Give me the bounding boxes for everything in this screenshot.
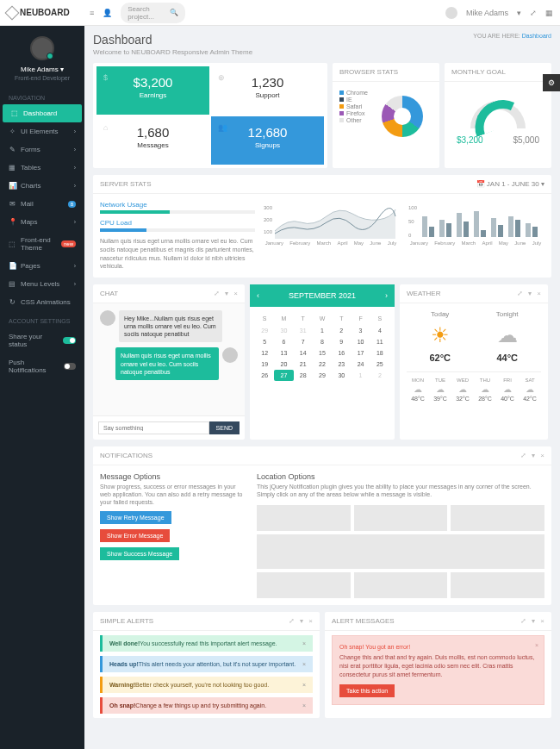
take-action-button[interactable]: Take this action xyxy=(339,684,395,697)
expand-icon[interactable]: ⤢ xyxy=(517,290,523,297)
nav-pages[interactable]: 📄Pages› xyxy=(0,257,84,275)
calendar-day[interactable]: 12 xyxy=(255,347,274,359)
calendar-day[interactable]: 10 xyxy=(351,336,370,347)
expand-icon[interactable]: ⤢ xyxy=(520,452,526,459)
calendar-day[interactable]: 24 xyxy=(351,359,370,370)
expand-icon[interactable]: ⤢ xyxy=(520,617,526,625)
close-icon[interactable]: × xyxy=(302,682,306,688)
calendar-day[interactable]: 19 xyxy=(255,359,274,370)
prev-month-icon[interactable]: ‹ xyxy=(257,291,259,300)
calendar-day[interactable]: 8 xyxy=(313,336,332,347)
calendar-day[interactable]: 9 xyxy=(332,336,351,347)
calendar-day[interactable]: 11 xyxy=(370,336,389,347)
calendar-day[interactable]: 7 xyxy=(294,336,313,347)
search-input[interactable]: Search project...🔍 xyxy=(121,3,185,23)
calendar-day[interactable]: 15 xyxy=(313,347,332,359)
calendar-day[interactable]: 23 xyxy=(332,359,351,370)
layout-icon[interactable]: ▦ xyxy=(545,9,553,17)
calendar-day[interactable]: 27 xyxy=(274,370,293,381)
close-icon[interactable]: × xyxy=(308,617,313,625)
close-icon[interactable]: × xyxy=(302,640,306,646)
expand-icon[interactable]: ⤢ xyxy=(530,9,537,17)
collapse-icon[interactable]: ▾ xyxy=(532,452,535,459)
nav-menu-levels[interactable]: ▤Menu Levels› xyxy=(0,275,84,293)
profile-avatar[interactable] xyxy=(30,36,54,60)
location-area[interactable] xyxy=(257,534,544,569)
calendar-day[interactable]: 4 xyxy=(370,325,389,336)
close-icon[interactable]: × xyxy=(233,290,238,297)
collapse-icon[interactable]: ▾ xyxy=(225,290,228,297)
location-area[interactable] xyxy=(451,572,544,598)
weather-tonight: Tonight☁44°C xyxy=(496,310,519,363)
settings-gear-icon[interactable]: ⚙ xyxy=(543,74,560,91)
location-area[interactable] xyxy=(257,505,351,531)
push-toggle[interactable] xyxy=(64,363,76,370)
calendar-day[interactable]: 26 xyxy=(255,370,274,381)
user-icon[interactable]: 👤 xyxy=(103,9,112,17)
calendar-day[interactable]: 20 xyxy=(274,359,293,370)
calendar-day[interactable]: 5 xyxy=(255,336,274,347)
close-icon[interactable]: × xyxy=(540,452,544,459)
close-icon[interactable]: × xyxy=(535,641,538,650)
calendar-day[interactable]: 2 xyxy=(370,370,389,381)
profile-name[interactable]: Mike Adams ▾ xyxy=(0,66,84,73)
success-message-button[interactable]: Show Success Message xyxy=(100,547,179,560)
menu-toggle-icon[interactable]: ≡ xyxy=(90,9,94,17)
calendar-day[interactable]: 14 xyxy=(294,347,313,359)
calendar-day[interactable]: 29 xyxy=(313,370,332,381)
calendar-day[interactable]: 28 xyxy=(294,370,313,381)
calendar-day[interactable]: 2 xyxy=(332,325,351,336)
user-name[interactable]: Mike Adams xyxy=(466,9,508,17)
calendar-day[interactable]: 3 xyxy=(351,325,370,336)
avatar[interactable] xyxy=(445,7,457,19)
calendar-day[interactable]: 6 xyxy=(274,336,293,347)
close-icon[interactable]: × xyxy=(302,661,306,667)
calendar-day[interactable]: 1 xyxy=(313,325,332,336)
collapse-icon[interactable]: ▾ xyxy=(532,617,535,625)
breadcrumb-link[interactable]: Dashboard xyxy=(522,33,551,39)
location-area[interactable] xyxy=(257,572,351,598)
nav-css-animations[interactable]: ↻CSS Animations xyxy=(0,293,84,311)
location-area[interactable] xyxy=(451,505,544,531)
close-icon[interactable]: × xyxy=(302,702,306,708)
location-area[interactable] xyxy=(354,572,448,598)
close-icon[interactable]: × xyxy=(537,290,541,297)
calendar-day[interactable]: 29 xyxy=(255,325,274,336)
close-icon[interactable]: × xyxy=(540,617,544,625)
calendar-day[interactable]: 21 xyxy=(294,359,313,370)
nav-charts[interactable]: 📊Charts› xyxy=(0,177,84,195)
share-toggle[interactable] xyxy=(63,337,76,344)
nav-tables[interactable]: ▦Tables› xyxy=(0,159,84,177)
retry-message-button[interactable]: Show Retry Message xyxy=(100,511,171,524)
expand-icon[interactable]: ⤢ xyxy=(289,617,295,625)
calendar-day[interactable]: 30 xyxy=(274,325,293,336)
expand-icon[interactable]: ⤢ xyxy=(214,290,220,297)
calendar-day[interactable]: 13 xyxy=(274,347,293,359)
nav-dashboard[interactable]: ⬚Dashboard xyxy=(3,104,82,122)
chevron-right-icon: › xyxy=(74,165,76,171)
calendar-day[interactable]: 30 xyxy=(332,370,351,381)
calendar-day[interactable]: 1 xyxy=(351,370,370,381)
error-message-button[interactable]: Show Error Message xyxy=(100,529,170,542)
nav-forms[interactable]: ✎Forms› xyxy=(0,140,84,159)
collapse-icon[interactable]: ▾ xyxy=(528,290,532,297)
nav-maps[interactable]: 📍Maps› xyxy=(0,213,84,231)
nav-ui-elements[interactable]: ✧UI Elements› xyxy=(0,122,84,140)
date-range-picker[interactable]: 📅 JAN 1 - JUNE 30 ▾ xyxy=(476,180,544,188)
calendar-day[interactable]: 31 xyxy=(294,325,313,336)
location-area[interactable] xyxy=(354,505,448,531)
calendar-day[interactable]: 17 xyxy=(351,347,370,359)
chevron-down-icon[interactable]: ▾ xyxy=(517,9,521,17)
chat-input[interactable] xyxy=(98,421,209,434)
svg-rect-6 xyxy=(422,216,427,237)
nav-frontend-theme[interactable]: ⬚Front-end Themenew xyxy=(0,231,84,257)
calendar-day[interactable]: 18 xyxy=(370,347,389,359)
collapse-icon[interactable]: ▾ xyxy=(300,617,303,625)
calendar-day[interactable]: 25 xyxy=(370,359,389,370)
next-month-icon[interactable]: › xyxy=(385,291,388,300)
brand-logo[interactable]: NEUBOARD xyxy=(7,8,90,18)
nav-mail[interactable]: ✉Mail8 xyxy=(0,195,84,213)
calendar-day[interactable]: 16 xyxy=(332,347,351,359)
calendar-day[interactable]: 22 xyxy=(313,359,332,370)
send-button[interactable]: SEND xyxy=(209,421,240,434)
